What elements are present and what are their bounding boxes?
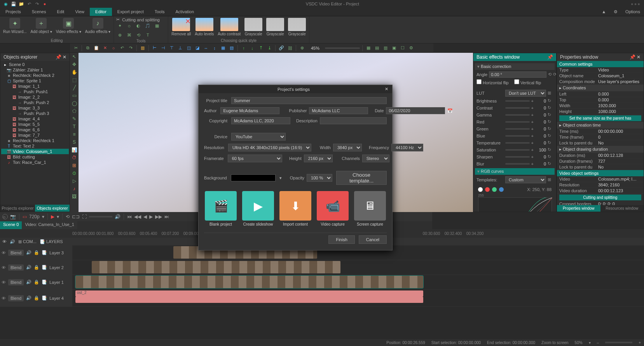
res-label[interactable]: 720p	[29, 214, 40, 219]
auto-levels-button[interactable]: Auto levels	[194, 17, 215, 38]
slider[interactable]	[505, 149, 530, 151]
reset-icon[interactable]: ↻	[548, 147, 553, 153]
tree-item[interactable]: →Push: Push 2	[1, 100, 69, 105]
track-content[interactable]	[72, 260, 644, 275]
tool-icon[interactable]: ◐	[135, 22, 142, 29]
cutting-splitting-button[interactable]: ✂ Cutting and splitting	[116, 17, 166, 22]
bg-drop-icon[interactable]: ▾	[279, 176, 285, 181]
remove-all-button[interactable]: ✕Remove all	[171, 17, 192, 38]
slider[interactable]	[505, 107, 530, 109]
property-row[interactable]: TypeVideo	[557, 67, 644, 73]
options-button[interactable]: Options	[621, 8, 644, 16]
tree-item[interactable]: TText: Text 2	[1, 143, 69, 149]
framerate-select[interactable]: 60 fps	[228, 155, 282, 162]
add-object-button[interactable]: ＋Add object ▾	[30, 17, 53, 38]
objects-explorer-tab[interactable]: Objects explorer	[35, 205, 70, 212]
speaker-icon[interactable]: 🔊	[26, 280, 31, 285]
play-icon[interactable]: ▶	[51, 214, 54, 219]
speaker-icon[interactable]: 🔊	[26, 250, 31, 255]
property-row[interactable]: VideoColosseum.mp4; l…	[557, 176, 644, 182]
project-title-input[interactable]	[231, 97, 387, 104]
tree-item[interactable]: ■Rechteck: Rechteck 2	[1, 73, 69, 78]
slider[interactable]	[505, 100, 530, 102]
reset-icon[interactable]: ↻	[548, 133, 553, 139]
cat-common[interactable]: Common settings	[557, 61, 644, 67]
zoom-minus-icon[interactable]: –	[597, 341, 599, 345]
top-icon[interactable]: ⤒	[257, 45, 264, 52]
lock-icon[interactable]: 🔗	[278, 45, 285, 52]
unlock-icon[interactable]: ⛓	[286, 45, 293, 52]
subtitle-icon[interactable]: S	[71, 139, 77, 145]
blend-mode-button[interactable]: Blend	[8, 264, 24, 271]
tree-item[interactable]: 🖼Image: 3_3	[1, 105, 69, 111]
qat-save-icon[interactable]: 💾	[11, 1, 16, 7]
zoom-plus-icon[interactable]: +	[639, 341, 641, 345]
align-left-icon[interactable]: ⊢	[151, 45, 158, 52]
pin-icon[interactable]: 📌 ✕	[630, 54, 641, 60]
vol-icon[interactable]: 🔊	[10, 239, 15, 244]
qat-undo-icon[interactable]: ↶	[26, 1, 32, 7]
crop-icon[interactable]: ⬚	[71, 77, 77, 83]
ruler-icon[interactable]: ▤	[373, 45, 380, 52]
scene-tab[interactable]: Scene 0	[0, 221, 22, 229]
tree-item[interactable]: ▢Sprite: Sprite 1	[1, 78, 69, 83]
cat-video-settings[interactable]: Video object settings	[557, 170, 644, 176]
zoom-value[interactable]: 45%	[311, 46, 319, 50]
basic-correction-section[interactable]: Basic correction	[475, 63, 555, 70]
property-row[interactable]: Cropped borders0; 0; 0; 0	[557, 201, 644, 205]
date-input[interactable]	[386, 107, 445, 114]
cancel-button[interactable]: Cancel	[359, 235, 387, 244]
qat-rec-icon[interactable]: ●	[42, 1, 47, 7]
tree-item[interactable]: 🖼Image: 6_6	[1, 127, 69, 132]
eye-icon[interactable]: 👁	[2, 265, 6, 270]
help-icon[interactable]: ▲	[598, 8, 610, 16]
tab-projects[interactable]: Projects	[0, 8, 26, 16]
gear-icon[interactable]: ⚙	[610, 8, 621, 16]
set-same-size-button[interactable]: Set the same size as the parent has	[559, 115, 641, 121]
slider[interactable]	[505, 156, 530, 158]
first-icon[interactable]: ⏮	[127, 214, 132, 219]
lut-select[interactable]: Don't use LUT	[505, 90, 546, 97]
slider[interactable]	[505, 135, 530, 137]
tool-icon[interactable]: ⌘	[126, 31, 133, 38]
aspect-icon[interactable]: ▭	[23, 214, 27, 219]
align-top-icon[interactable]: ⊥	[177, 45, 184, 52]
description-input[interactable]	[320, 117, 387, 124]
slider[interactable]	[505, 121, 530, 123]
template-tile[interactable]: 📹Video capture	[316, 191, 349, 226]
track-content[interactable]: ost_2	[72, 290, 644, 306]
guide-icon[interactable]: ▥	[382, 45, 389, 52]
auto-contrast-button[interactable]: Auto contrast	[217, 17, 241, 38]
tree-item[interactable]: →Push: Push 3	[1, 111, 69, 116]
tree-item[interactable]: ■Rechteck: Rechteck 1	[1, 138, 69, 143]
grid-icon[interactable]: ▦	[365, 45, 372, 52]
width-select[interactable]: 3840 px	[333, 144, 362, 151]
publisher-input[interactable]	[309, 107, 368, 114]
reset-icon[interactable]: ↻	[548, 119, 553, 125]
prev-icon[interactable]: ◀◀	[134, 214, 141, 219]
white-channel-dot[interactable]	[478, 187, 483, 192]
speaker-icon[interactable]: 🔊	[26, 296, 31, 301]
snapshot-icon[interactable]: 📷	[10, 214, 16, 219]
resolution-select[interactable]: Ultra HD 4K 3840x2160 pixels (16:9)	[228, 144, 311, 151]
blue-channel-dot[interactable]	[499, 187, 504, 192]
rotate-left-icon[interactable]: ⟲	[548, 72, 552, 77]
curve-settings-icon[interactable]: ⊞	[548, 177, 553, 183]
angle-input[interactable]	[489, 71, 546, 78]
down-icon[interactable]: ↓	[249, 45, 256, 52]
property-row[interactable]: Duration (frames)727	[557, 158, 644, 164]
curve-template-select[interactable]: Custom	[505, 176, 546, 183]
align-right-icon[interactable]: ⊤	[168, 45, 175, 52]
animation-icon[interactable]: ⊙	[71, 170, 77, 176]
tree-item[interactable]: ▸Scene 0	[1, 62, 69, 67]
full-icon[interactable]: ⛶	[82, 214, 87, 219]
reset-icon[interactable]: ↻	[548, 140, 553, 146]
align-center-h-icon[interactable]: ⊣	[160, 45, 167, 52]
choose-template-button[interactable]: Choose template...	[336, 171, 387, 185]
template-tile[interactable]: ⬇Import content	[279, 191, 312, 226]
redo-icon[interactable]: ↷	[127, 45, 134, 52]
tree-item[interactable]: 🖼Image: 5_5	[1, 122, 69, 127]
clip-tab[interactable]: Video: Camera_In_Use_1	[22, 221, 77, 229]
lock-icon[interactable]: 🔒	[34, 280, 39, 285]
channels-select[interactable]: Stereo	[362, 155, 389, 162]
